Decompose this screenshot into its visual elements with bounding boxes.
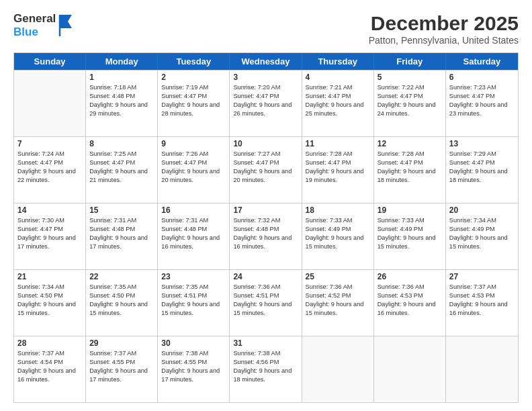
calendar-header-saturday: Saturday — [446, 53, 518, 70]
sunset: Sunset: 4:50 PM — [17, 291, 82, 300]
daylight: Daylight: 9 hours and 15 minutes. — [89, 300, 154, 318]
sunrise: Sunrise: 7:35 AM — [161, 283, 226, 291]
daylight: Daylight: 9 hours and 26 minutes. — [233, 101, 298, 118]
day-number: 23 — [161, 272, 226, 281]
daylight: Daylight: 9 hours and 21 minutes. — [89, 167, 154, 185]
calendar-header-wednesday: Wednesday — [230, 53, 302, 70]
day-info: Sunrise: 7:31 AM Sunset: 4:48 PM Dayligh… — [89, 216, 154, 251]
day-info: Sunrise: 7:28 AM Sunset: 4:47 PM Dayligh… — [306, 150, 370, 185]
calendar-day-13: 13 Sunrise: 7:29 AM Sunset: 4:47 PM Dayl… — [446, 137, 518, 203]
day-info: Sunrise: 7:33 AM Sunset: 4:49 PM Dayligh… — [306, 216, 370, 251]
daylight: Daylight: 9 hours and 20 minutes. — [161, 167, 226, 185]
sunrise: Sunrise: 7:31 AM — [89, 216, 154, 225]
day-info: Sunrise: 7:37 AM Sunset: 4:53 PM Dayligh… — [449, 283, 515, 318]
day-number: 13 — [449, 139, 515, 148]
sunset: Sunset: 4:48 PM — [89, 92, 154, 101]
sunrise: Sunrise: 7:37 AM — [17, 349, 82, 358]
daylight: Daylight: 9 hours and 15 minutes. — [161, 300, 226, 318]
sunrise: Sunrise: 7:31 AM — [161, 216, 226, 225]
day-info: Sunrise: 7:33 AM Sunset: 4:49 PM Dayligh… — [378, 216, 442, 251]
calendar-day-12: 12 Sunrise: 7:28 AM Sunset: 4:47 PM Dayl… — [374, 137, 446, 203]
daylight: Daylight: 9 hours and 25 minutes. — [306, 101, 370, 118]
day-number: 1 — [89, 73, 154, 82]
calendar-week-5: 28 Sunrise: 7:37 AM Sunset: 4:54 PM Dayl… — [14, 336, 518, 402]
logo-text-line1: General — [13, 12, 56, 26]
sunrise: Sunrise: 7:33 AM — [306, 216, 370, 225]
day-number: 15 — [89, 205, 154, 215]
calendar-body: 1 Sunrise: 7:18 AM Sunset: 4:48 PM Dayli… — [14, 70, 518, 402]
sunset: Sunset: 4:47 PM — [378, 92, 442, 101]
daylight: Daylight: 9 hours and 20 minutes. — [233, 167, 298, 185]
sunset: Sunset: 4:49 PM — [378, 225, 442, 234]
sunset: Sunset: 4:47 PM — [17, 225, 82, 234]
daylight: Daylight: 9 hours and 17 minutes. — [161, 367, 226, 384]
calendar-header-tuesday: Tuesday — [158, 53, 230, 70]
calendar-day-empty-4-5 — [374, 336, 446, 402]
sunset: Sunset: 4:47 PM — [233, 158, 298, 167]
calendar-day-empty-4-4 — [302, 336, 374, 402]
calendar-day-6: 6 Sunrise: 7:23 AM Sunset: 4:47 PM Dayli… — [446, 71, 518, 136]
day-info: Sunrise: 7:35 AM Sunset: 4:50 PM Dayligh… — [89, 283, 154, 318]
daylight: Daylight: 9 hours and 24 minutes. — [378, 101, 442, 118]
day-info: Sunrise: 7:36 AM Sunset: 4:51 PM Dayligh… — [233, 283, 298, 318]
sunset: Sunset: 4:47 PM — [17, 158, 82, 167]
calendar-header-monday: Monday — [86, 53, 158, 70]
day-info: Sunrise: 7:32 AM Sunset: 4:48 PM Dayligh… — [233, 216, 298, 251]
calendar-day-18: 18 Sunrise: 7:33 AM Sunset: 4:49 PM Dayl… — [302, 203, 374, 269]
daylight: Daylight: 9 hours and 23 minutes. — [449, 101, 515, 118]
sunset: Sunset: 4:51 PM — [161, 291, 226, 300]
daylight: Daylight: 9 hours and 15 minutes. — [17, 300, 82, 318]
daylight: Daylight: 9 hours and 17 minutes. — [89, 367, 154, 384]
sunset: Sunset: 4:47 PM — [161, 158, 226, 167]
calendar-day-26: 26 Sunrise: 7:36 AM Sunset: 4:53 PM Dayl… — [374, 270, 446, 336]
calendar-day-30: 30 Sunrise: 7:38 AM Sunset: 4:55 PM Dayl… — [158, 336, 230, 402]
day-number: 25 — [306, 272, 370, 281]
logo: General Blue — [13, 12, 73, 38]
daylight: Daylight: 9 hours and 15 minutes. — [378, 234, 442, 251]
subtitle: Patton, Pennsylvania, United States — [369, 35, 519, 46]
sunrise: Sunrise: 7:27 AM — [233, 150, 298, 158]
daylight: Daylight: 9 hours and 18 minutes. — [233, 367, 298, 384]
daylight: Daylight: 9 hours and 16 minutes. — [449, 300, 515, 318]
calendar-day-8: 8 Sunrise: 7:25 AM Sunset: 4:47 PM Dayli… — [86, 137, 158, 203]
sunset: Sunset: 4:47 PM — [378, 158, 442, 167]
sunset: Sunset: 4:47 PM — [306, 92, 370, 101]
day-number: 19 — [378, 205, 442, 215]
daylight: Daylight: 9 hours and 15 minutes. — [306, 234, 370, 251]
calendar-day-14: 14 Sunrise: 7:30 AM Sunset: 4:47 PM Dayl… — [14, 203, 86, 269]
daylight: Daylight: 9 hours and 18 minutes. — [449, 167, 515, 185]
day-info: Sunrise: 7:21 AM Sunset: 4:47 PM Dayligh… — [306, 83, 370, 118]
sunrise: Sunrise: 7:28 AM — [378, 150, 442, 158]
sunset: Sunset: 4:53 PM — [449, 291, 515, 300]
day-info: Sunrise: 7:36 AM Sunset: 4:53 PM Dayligh… — [378, 283, 442, 318]
day-info: Sunrise: 7:38 AM Sunset: 4:56 PM Dayligh… — [233, 349, 298, 384]
sunrise: Sunrise: 7:32 AM — [233, 216, 298, 225]
daylight: Daylight: 9 hours and 16 minutes. — [17, 367, 82, 384]
sunset: Sunset: 4:47 PM — [161, 92, 226, 101]
sunset: Sunset: 4:49 PM — [306, 225, 370, 234]
sunset: Sunset: 4:51 PM — [233, 291, 298, 300]
day-number: 18 — [306, 205, 370, 215]
sunset: Sunset: 4:47 PM — [233, 92, 298, 101]
daylight: Daylight: 9 hours and 18 minutes. — [378, 167, 442, 185]
day-number: 4 — [306, 73, 370, 82]
calendar-week-4: 21 Sunrise: 7:34 AM Sunset: 4:50 PM Dayl… — [14, 269, 518, 336]
logo-flag-icon — [58, 13, 73, 38]
calendar-day-4: 4 Sunrise: 7:21 AM Sunset: 4:47 PM Dayli… — [302, 71, 374, 136]
sunrise: Sunrise: 7:38 AM — [161, 349, 226, 358]
calendar-week-3: 14 Sunrise: 7:30 AM Sunset: 4:47 PM Dayl… — [14, 203, 518, 269]
day-info: Sunrise: 7:18 AM Sunset: 4:48 PM Dayligh… — [89, 83, 154, 118]
day-info: Sunrise: 7:23 AM Sunset: 4:47 PM Dayligh… — [449, 83, 515, 118]
daylight: Daylight: 9 hours and 17 minutes. — [89, 234, 154, 251]
daylight: Daylight: 9 hours and 15 minutes. — [306, 300, 370, 318]
sunset: Sunset: 4:47 PM — [306, 158, 370, 167]
sunset: Sunset: 4:56 PM — [233, 358, 298, 367]
day-info: Sunrise: 7:28 AM Sunset: 4:47 PM Dayligh… — [378, 150, 442, 185]
day-number: 14 — [17, 205, 82, 215]
daylight: Daylight: 9 hours and 15 minutes. — [233, 300, 298, 318]
day-info: Sunrise: 7:34 AM Sunset: 4:49 PM Dayligh… — [449, 216, 515, 251]
calendar-day-empty-4-6 — [446, 336, 518, 402]
sunset: Sunset: 4:47 PM — [449, 158, 515, 167]
calendar-day-25: 25 Sunrise: 7:36 AM Sunset: 4:52 PM Dayl… — [302, 270, 374, 336]
calendar-header-sunday: Sunday — [14, 53, 86, 70]
